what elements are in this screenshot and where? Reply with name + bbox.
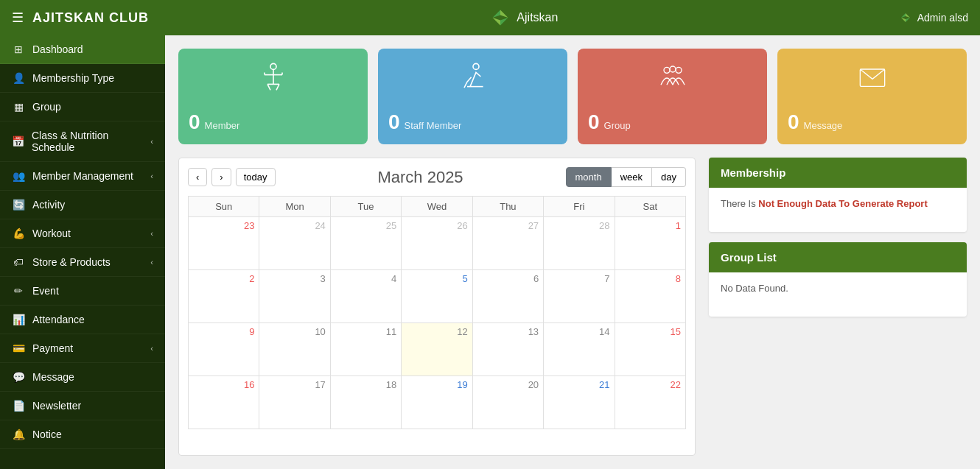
calendar-cell[interactable]: 14 <box>544 323 615 376</box>
calendar-cell[interactable]: 11 <box>330 323 401 376</box>
main-content: 0 Member 0 Staff Member 0 Group 0 <box>165 35 980 469</box>
group-stat-bottom: 0 Group <box>588 110 757 134</box>
calendar-cell[interactable]: 1 <box>615 217 685 270</box>
topbar-right: Admin alsd <box>900 12 968 24</box>
sidebar-label-workout: Workout <box>32 228 71 239</box>
sidebar-item-newsletter[interactable]: 📄Newsletter <box>0 392 165 420</box>
calendar-cell[interactable]: 13 <box>472 323 543 376</box>
calendar-cell[interactable]: 3 <box>259 270 330 323</box>
calendar-day-number: 4 <box>391 273 396 284</box>
calendar-title: March 2025 <box>276 168 566 187</box>
calendar-cell[interactable]: 12 <box>402 323 472 376</box>
brand-name: AJITSKAN CLUB <box>32 10 149 26</box>
sidebar-item-membership-type[interactable]: 👤Membership Type <box>0 64 165 93</box>
sidebar-item-dashboard[interactable]: ⊞Dashboard <box>0 35 165 64</box>
today-button[interactable]: today <box>236 168 276 186</box>
calendar-cell[interactable]: 26 <box>402 217 472 270</box>
sidebar-item-member-management[interactable]: 👥Member Management‹ <box>0 162 165 191</box>
calendar-cell[interactable]: 15 <box>615 323 685 376</box>
layout: ⊞Dashboard👤Membership Type▦Group📅Class &… <box>0 35 980 469</box>
calendar-day-number: 18 <box>386 379 396 390</box>
svg-line-20 <box>464 82 467 88</box>
calendar-day-number: 2 <box>249 273 254 284</box>
message-icon: 💬 <box>12 371 25 383</box>
membership-message-bold: Not Enough Data To Generate Report <box>758 198 927 209</box>
calendar-cell[interactable]: 18 <box>330 376 401 429</box>
calendar-cell[interactable]: 19 <box>402 376 472 429</box>
calendar-cell[interactable]: 24 <box>259 217 330 270</box>
calendar-day-tue: Tue <box>330 197 401 217</box>
calendar-cell[interactable]: 28 <box>544 217 615 270</box>
calendar-day-sun: Sun <box>189 197 259 217</box>
group-stat-value: 0 <box>588 110 600 134</box>
calendar-cell[interactable]: 4 <box>330 270 401 323</box>
sidebar-item-event[interactable]: ✏Event <box>0 277 165 306</box>
topbar: ☰ AJITSKAN CLUB Ajitskan Admin alsd <box>0 0 980 35</box>
message-stat-bottom: 0 Message <box>788 110 956 134</box>
svg-point-8 <box>270 63 276 69</box>
staff-member-stat-label: Staff Member <box>405 120 462 131</box>
membership-panel-header: Membership <box>709 158 967 188</box>
sidebar-item-class-nutrition[interactable]: 📅Class & Nutrition Schedule‹ <box>0 121 165 162</box>
sidebar-item-workout[interactable]: 💪Workout‹ <box>0 219 165 248</box>
calendar-cell[interactable]: 7 <box>544 270 615 323</box>
dashboard-icon: ⊞ <box>12 43 25 55</box>
sidebar-item-store-products[interactable]: 🏷Store & Products‹ <box>0 248 165 277</box>
calendar-cell[interactable]: 8 <box>615 270 685 323</box>
right-panel: Membership There Is Not Enough Data To G… <box>709 158 967 456</box>
next-button[interactable]: › <box>211 168 231 186</box>
calendar-day-number: 14 <box>599 326 609 337</box>
week-view-button[interactable]: week <box>612 167 652 187</box>
sidebar-label-attendance: Attendance <box>32 314 85 325</box>
calendar-cell[interactable]: 5 <box>402 270 472 323</box>
calendar-cell[interactable]: 9 <box>189 323 259 376</box>
calendar-cell[interactable]: 2 <box>189 270 259 323</box>
svg-marker-7 <box>901 18 906 22</box>
sidebar-item-payment[interactable]: 💳Payment‹ <box>0 334 165 363</box>
payment-icon: 💳 <box>12 342 25 354</box>
calendar-cell[interactable]: 6 <box>472 270 543 323</box>
day-view-button[interactable]: day <box>652 167 686 187</box>
svg-marker-5 <box>901 13 906 18</box>
sidebar-label-activity: Activity <box>32 199 65 211</box>
calendar-cell[interactable]: 22 <box>615 376 685 429</box>
stat-card-member: 0 Member <box>178 49 368 144</box>
svg-line-14 <box>267 84 270 90</box>
stat-card-group: 0 Group <box>578 49 767 144</box>
svg-point-21 <box>664 67 670 73</box>
class-nutrition-icon: 📅 <box>12 135 24 147</box>
sidebar-item-group[interactable]: ▦Group <box>0 93 165 121</box>
topbar-center: Ajitskan <box>490 7 558 28</box>
svg-line-15 <box>276 84 279 90</box>
membership-panel-body: There Is Not Enough Data To Generate Rep… <box>709 188 967 232</box>
membership-panel: Membership There Is Not Enough Data To G… <box>709 158 967 232</box>
calendar-week-1: 2345678 <box>189 270 686 323</box>
sidebar-item-notice[interactable]: 🔔Notice <box>0 420 165 449</box>
calendar-cell[interactable]: 17 <box>259 376 330 429</box>
calendar-cell[interactable]: 10 <box>259 323 330 376</box>
month-view-button[interactable]: month <box>566 167 612 187</box>
calendar-view-buttons: month week day <box>566 167 686 187</box>
calendar-cell[interactable]: 25 <box>330 217 401 270</box>
member-stat-bottom: 0 Member <box>189 110 357 134</box>
svg-point-22 <box>676 67 682 73</box>
sidebar-item-attendance[interactable]: 📊Attendance <box>0 306 165 334</box>
store-products-icon: 🏷 <box>12 256 25 268</box>
svg-marker-2 <box>500 18 508 26</box>
calendar-cell[interactable]: 21 <box>544 376 615 429</box>
member-stat-value: 0 <box>189 110 200 134</box>
hamburger-icon[interactable]: ☰ <box>12 10 24 26</box>
sidebar-item-activity[interactable]: 🔄Activity <box>0 191 165 219</box>
calendar-day-number: 7 <box>604 273 609 284</box>
staff-member-stat-value: 0 <box>388 110 400 134</box>
member-stat-label: Member <box>205 120 240 131</box>
calendar-cell[interactable]: 23 <box>189 217 259 270</box>
calendar-day-number: 13 <box>528 326 539 337</box>
calendar-nav: ‹ › today March 2025 month week day <box>188 167 686 187</box>
calendar-cell[interactable]: 20 <box>472 376 543 429</box>
prev-button[interactable]: ‹ <box>188 168 207 186</box>
sidebar-item-message[interactable]: 💬Message <box>0 363 165 392</box>
calendar-cell[interactable]: 27 <box>472 217 543 270</box>
calendar-day-number: 19 <box>457 379 467 390</box>
calendar-cell[interactable]: 16 <box>189 376 259 429</box>
